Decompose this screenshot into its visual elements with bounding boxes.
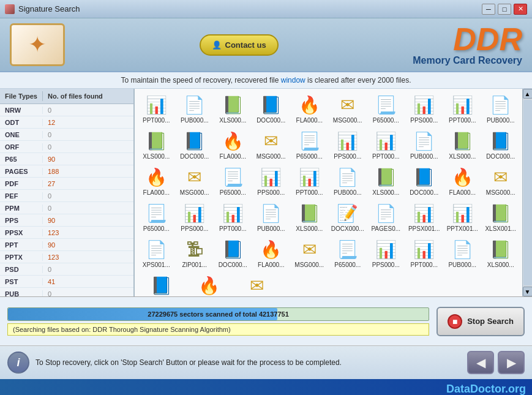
file-icon-item[interactable]: 📄 XPS001... bbox=[137, 236, 176, 271]
file-list-row[interactable]: PPS 90 bbox=[0, 214, 133, 227]
file-icon-item[interactable]: 📝 DOCX000... bbox=[329, 200, 367, 235]
right-scrollbar[interactable]: ▲ ▼ bbox=[522, 89, 532, 296]
file-list-row[interactable]: PPM 0 bbox=[0, 202, 133, 214]
file-icon-item[interactable]: 🔥 FLA000... bbox=[290, 91, 329, 126]
contact-button[interactable]: 👤 Contact us bbox=[200, 34, 279, 56]
file-count-cell: 90 bbox=[43, 241, 60, 249]
file-icon-item[interactable]: 📃 P65000... bbox=[329, 236, 367, 271]
file-list-header: File Types No. of files found bbox=[0, 89, 133, 104]
file-list-row[interactable]: PST 41 bbox=[0, 276, 133, 288]
docx-icon: 📝 bbox=[337, 202, 359, 224]
file-list-scroll[interactable]: NRW 0 ODT 12 ONE 0 ORF 0 P65 90 PAGES 18… bbox=[0, 104, 133, 296]
file-icon-label: MSG000... bbox=[257, 153, 286, 160]
file-list-panel: File Types No. of files found NRW 0 ODT … bbox=[0, 89, 135, 296]
file-icon-item[interactable]: 📗 XLS000... bbox=[290, 200, 329, 235]
ppt-icon: 📊 bbox=[375, 130, 397, 152]
file-icon-item[interactable]: 🔥 FLA000... bbox=[443, 164, 482, 198]
file-icon-item[interactable]: 📗 XLS000... bbox=[443, 127, 482, 162]
file-icon-item[interactable]: 🗜 ZIP001... bbox=[176, 236, 214, 271]
footer-text: To Stop recovery, click on 'Stop Search'… bbox=[36, 358, 461, 367]
fla-icon: 🔥 bbox=[451, 166, 473, 188]
file-icon-item[interactable]: 📗 XLS000... bbox=[214, 91, 252, 126]
file-icon-item[interactable]: 📘 DOC000... bbox=[214, 236, 252, 271]
file-icon-item[interactable]: 🔥 FLA000... bbox=[252, 236, 291, 271]
pages-icon: 📄 bbox=[375, 202, 397, 224]
nav-prev-button[interactable]: ◀ bbox=[467, 351, 494, 374]
file-icon-item[interactable]: 📃 P65000... bbox=[367, 91, 405, 126]
file-icon-item[interactable]: 📊 PPSX001... bbox=[405, 200, 444, 235]
file-list-row[interactable]: PPTX 123 bbox=[0, 251, 133, 263]
file-icon-item[interactable]: 🔥 FLA000... bbox=[137, 164, 176, 198]
file-icon-item[interactable]: 🔥 FLA000... bbox=[214, 127, 252, 162]
file-list-row[interactable]: PPT 90 bbox=[0, 239, 133, 251]
file-icon-item[interactable]: 📄 PUB000... bbox=[405, 127, 444, 162]
progress-bar-container: 27229675 sectors scanned of total 421377… bbox=[7, 307, 429, 321]
file-icon-item[interactable]: 📘 DOC000... bbox=[252, 91, 291, 126]
file-icon-item[interactable]: 📘 DOC000... bbox=[405, 164, 444, 198]
file-icon-item[interactable]: 📊 PPS000... bbox=[405, 91, 444, 126]
file-list-row[interactable]: PUB 0 bbox=[0, 288, 133, 296]
file-icon-label: XLS000... bbox=[372, 189, 399, 196]
file-icon-item[interactable]: 📊 PPT000... bbox=[443, 91, 482, 126]
file-icon-item[interactable]: 📊 PPTX001... bbox=[443, 200, 482, 235]
file-icon-item[interactable]: 📊 PPS000... bbox=[176, 200, 214, 235]
file-list-row[interactable]: ONE 0 bbox=[0, 129, 133, 141]
file-icon-item[interactable]: ✉ MSG000... bbox=[290, 236, 329, 271]
doc-icon: 📘 bbox=[260, 94, 282, 116]
file-icon-item[interactable]: 📘 DOC000... bbox=[176, 127, 214, 162]
stop-search-button[interactable]: ■ Stop Search bbox=[436, 307, 525, 336]
file-type-cell: PDF bbox=[0, 180, 43, 187]
file-icon-item[interactable]: 📊 PPS000... bbox=[329, 127, 367, 162]
file-list-row[interactable]: ODT 12 bbox=[0, 116, 133, 129]
maximize-button[interactable]: □ bbox=[498, 4, 511, 15]
file-list-row[interactable]: PEF 0 bbox=[0, 190, 133, 202]
file-icon-item[interactable]: ✉ MSG000... bbox=[482, 164, 520, 198]
file-icon-item[interactable]: 📗 XLS000... bbox=[137, 127, 176, 162]
file-icon-item[interactable]: 📊 PPT000... bbox=[405, 236, 444, 271]
file-icon-item[interactable]: 📘 DOC000... bbox=[137, 272, 185, 296]
file-icon-item[interactable]: 📊 PPT000... bbox=[367, 127, 405, 162]
ppt-icon: 📊 bbox=[222, 202, 244, 224]
scroll-down-button[interactable]: ▼ bbox=[523, 287, 533, 296]
file-list-row[interactable]: PSD 0 bbox=[0, 263, 133, 276]
minimize-button[interactable]: ─ bbox=[482, 4, 495, 15]
file-icon-item[interactable]: 📄 PUB000... bbox=[176, 91, 214, 126]
xls-icon: 📗 bbox=[298, 202, 320, 224]
file-list-row[interactable]: NRW 0 bbox=[0, 104, 133, 116]
file-icon-label: PPT000... bbox=[143, 117, 170, 124]
file-icon-item[interactable]: 📄 PUB000... bbox=[482, 91, 520, 126]
file-icon-item[interactable]: 🔥 FLA000... bbox=[185, 272, 233, 296]
file-icon-item[interactable]: 📗 XLSX001... bbox=[482, 200, 520, 235]
file-icon-item[interactable]: 📄 PUB000... bbox=[252, 200, 291, 235]
nav-next-button[interactable]: ▶ bbox=[498, 351, 525, 374]
file-icon-item[interactable]: ✉ MSG000... bbox=[176, 164, 214, 198]
contact-icon: 👤 bbox=[212, 40, 222, 50]
file-icon-item[interactable]: 📄 PAGES0... bbox=[367, 200, 405, 235]
file-icon-item[interactable]: 📊 PPT000... bbox=[290, 164, 329, 198]
file-icon-item[interactable]: 📃 P65000... bbox=[214, 164, 252, 198]
file-icon-item[interactable]: ✉ MSG000... bbox=[233, 272, 280, 296]
file-icon-item[interactable]: 📄 PUB000... bbox=[329, 164, 367, 198]
file-icon-item[interactable]: 📗 XLS000... bbox=[482, 236, 520, 271]
file-icons-panel[interactable]: 📊 PPT000... 📄 PUB000... 📗 XLS000... 📘 DO… bbox=[135, 89, 522, 296]
file-list-row[interactable]: P65 90 bbox=[0, 153, 133, 165]
file-icon-item[interactable]: 📄 PUB000... bbox=[443, 236, 482, 271]
info-text-suffix: is cleared after every 2000 files. bbox=[305, 76, 411, 85]
file-list-row[interactable]: ORF 0 bbox=[0, 141, 133, 153]
file-icon-item[interactable]: 📗 XLS000... bbox=[367, 164, 405, 198]
file-icon-item[interactable]: ✉ MSG000... bbox=[252, 127, 291, 162]
file-list-row[interactable]: PPSX 123 bbox=[0, 227, 133, 239]
file-icon-item[interactable]: 📊 PPS000... bbox=[367, 236, 405, 271]
file-icon-item[interactable]: ✉ MSG000... bbox=[329, 91, 367, 126]
file-icon-item[interactable]: 📘 DOC000... bbox=[482, 127, 520, 162]
nav-buttons: ◀ ▶ bbox=[467, 351, 525, 374]
file-icon-item[interactable]: 📃 P65000... bbox=[290, 127, 329, 162]
file-icon-item[interactable]: 📊 PPT000... bbox=[214, 200, 252, 235]
file-icon-item[interactable]: 📃 P65000... bbox=[137, 200, 176, 235]
close-button[interactable]: ✕ bbox=[514, 4, 527, 15]
file-icon-item[interactable]: 📊 PPS000... bbox=[252, 164, 291, 198]
scroll-up-button[interactable]: ▲ bbox=[523, 89, 533, 99]
file-list-row[interactable]: PDF 27 bbox=[0, 178, 133, 190]
file-list-row[interactable]: PAGES 188 bbox=[0, 165, 133, 178]
file-icon-item[interactable]: 📊 PPT000... bbox=[137, 91, 176, 126]
